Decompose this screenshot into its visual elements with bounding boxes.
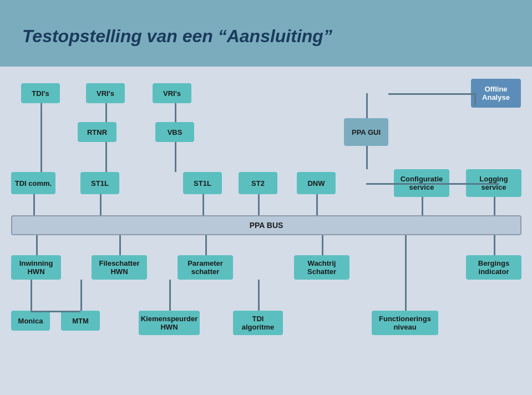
line-ppbus-wachtrij [322, 235, 323, 255]
line-tdis-tdicomm [40, 103, 42, 172]
line-offline-h [474, 93, 476, 105]
vbs-box: VBS [155, 122, 194, 142]
kiemenspeurder-hwn-box: Kiemenspeurder HWN [139, 311, 200, 335]
inwinning-hwn-box: Inwinning HWN [11, 255, 61, 280]
line-st2-ppbus [258, 194, 260, 215]
line-st1l1-ppbus [100, 194, 102, 215]
line-vris1-rtnr [105, 103, 107, 122]
line-inwinning-h [31, 311, 80, 312]
line-ppbus-inwinning [36, 235, 38, 255]
line-vbs-st1l2 [175, 142, 176, 172]
line-st1l2-ppbus [202, 194, 204, 215]
rtnr-box: RTNR [78, 122, 116, 142]
st2-box: ST2 [239, 172, 277, 194]
line-tdicomm-ppbus [33, 194, 35, 215]
ppagui-box: PPA GUI [344, 118, 388, 146]
functionerings-niveau-box: Functionerings niveau [372, 311, 438, 335]
line-ppagui-offline [388, 93, 474, 95]
line-ppagui-up [366, 93, 368, 118]
line-inwinning-monica [31, 280, 32, 311]
vris2-box: VRI's [153, 83, 191, 103]
line-logging-ppbus [494, 197, 495, 215]
offline-analyse-box: Offline Analyse [471, 79, 521, 108]
line-vris2-vbs [175, 103, 176, 122]
line-inwinning-mtm [80, 280, 82, 311]
tdi-algoritme-box: TDI algoritme [233, 311, 283, 335]
parameter-schatter-box: Parameter schatter [178, 255, 233, 280]
vris1-box: VRI's [86, 83, 125, 103]
fileschatter-hwn-box: Fileschatter HWN [92, 255, 147, 280]
line-ppagui-down [366, 146, 368, 169]
page-title: Testopstelling van een “Aansluiting” [22, 26, 332, 47]
line-ppbus-func [405, 235, 407, 311]
line-config-ppbus [422, 197, 423, 215]
line-rtnr-st1l1 [105, 142, 107, 172]
mtm-box: MTM [61, 311, 100, 331]
monica-box: Monica [11, 311, 50, 331]
line-dnw-ppbus [316, 194, 318, 215]
line-ppbus-fileschatter [119, 235, 121, 255]
diagram-area: TDI's VRI's VRI's Offline Analyse RTNR V… [0, 67, 532, 395]
st1l2-box: ST1L [183, 172, 222, 194]
header: Testopstelling van een “Aansluiting” [0, 0, 532, 67]
tdis-box: TDI's [21, 83, 60, 103]
line-ppbus-parameter [205, 235, 207, 255]
dnw-box: DNW [297, 172, 336, 194]
st1l1-box: ST1L [80, 172, 119, 194]
line-ppbus-bergings [494, 235, 495, 255]
tdi-comm-box: TDI comm. [11, 172, 55, 194]
ppa-bus-bar: PPA BUS [11, 215, 521, 235]
bergings-indicator-box: Bergings indicator [466, 255, 521, 280]
line-ppagui-config-h [366, 183, 499, 185]
line-fila-kieme [169, 280, 171, 311]
line-param-tdi [258, 280, 260, 311]
wachtrij-schatter-box: Wachtrij Schatter [294, 255, 349, 280]
